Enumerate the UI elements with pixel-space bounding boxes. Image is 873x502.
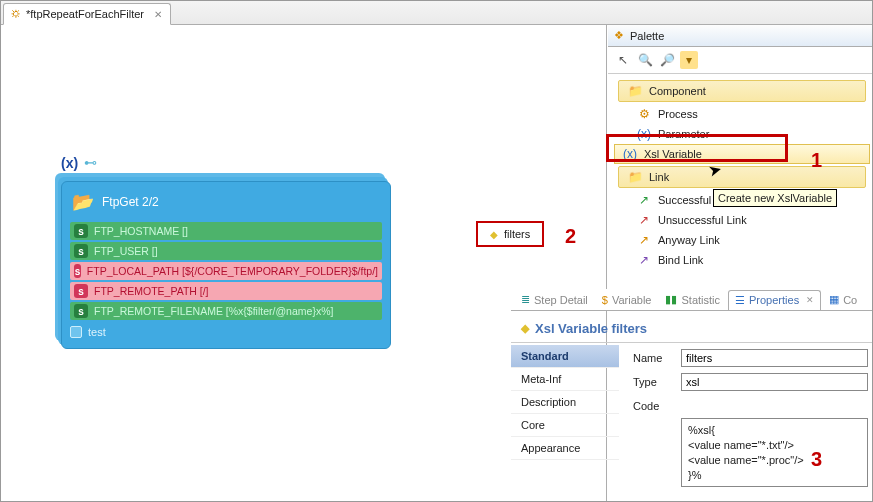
palette-title-bar: ❖ Palette	[608, 25, 872, 47]
ftpget-card-stack: 📂 FtpGet 2/2 sFTP_HOSTNAME []sFTP_USER […	[61, 181, 391, 349]
category-meta-inf[interactable]: Meta-Inf	[511, 368, 619, 391]
field-name: Name	[633, 349, 868, 367]
annotation-number-3: 3	[811, 448, 822, 471]
drawer-label: Component	[649, 85, 706, 97]
palette-item-label: Unsuccessful Link	[658, 214, 747, 226]
palette-item-xsl-variable[interactable]: (x)Xsl Variable	[614, 144, 870, 164]
card-param-row[interactable]: sFTP_USER []	[70, 242, 382, 260]
param-label: FTP_USER []	[94, 245, 158, 257]
name-input[interactable]	[681, 349, 868, 367]
close-icon[interactable]: ✕	[154, 9, 162, 20]
field-label: Code	[633, 397, 675, 412]
ftpget-card[interactable]: 📂 FtpGet 2/2 sFTP_HOSTNAME []sFTP_USER […	[61, 181, 391, 349]
tab-label: Variable	[612, 294, 652, 306]
properties-body: StandardMeta-InfDescriptionCoreAppearanc…	[511, 343, 872, 499]
properties-fields: Name Type Code %xsl{ <value name="*.txt"…	[621, 343, 872, 499]
drawer-component[interactable]: 📁 Component	[618, 80, 866, 102]
palette-item-parameter[interactable]: (x)Parameter	[614, 124, 870, 144]
tab-co[interactable]: ▦Co	[823, 290, 863, 309]
main-area: (x) ⊷ 📂 FtpGet 2/2 sFTP_HOSTNAME []sFTP_…	[1, 25, 872, 501]
editor-tab[interactable]: ⛭ *ftpRepeatForEachFilter ✕	[3, 3, 171, 25]
pointer-tool-button[interactable]: ↖	[614, 51, 632, 69]
palette-tree: 📁 Component ⚙Process(x)Parameter(x)Xsl V…	[608, 74, 872, 274]
param-label: FTP_LOCAL_PATH [${/CORE_TEMPORARY_FOLDER…	[87, 265, 378, 277]
card-param-row[interactable]: sFTP_LOCAL_PATH [${/CORE_TEMPORARY_FOLDE…	[70, 262, 382, 280]
card-param-row[interactable]: sFTP_REMOTE_FILENAME [%x{$filter/@name}x…	[70, 302, 382, 320]
param-label: FTP_HOSTNAME []	[94, 225, 188, 237]
palette-item-label: Xsl Variable	[644, 148, 702, 160]
diamond-icon: ◆	[521, 322, 529, 335]
diamond-icon: ◆	[490, 229, 498, 240]
tooltip: Create new XslVariable	[713, 189, 837, 207]
tab-label: Co	[843, 294, 857, 306]
palette-item-bind-link[interactable]: ↗Bind Link	[614, 250, 870, 270]
variable-decl-icon: (x) ⊷	[61, 155, 97, 171]
category-appearance[interactable]: Appearance	[511, 437, 619, 460]
process-file-icon: ⛭	[10, 7, 22, 21]
field-label: Name	[633, 349, 675, 364]
field-code-box: %xsl{ <value name="*.txt"/> <value name=…	[633, 418, 868, 487]
category-core[interactable]: Core	[511, 414, 619, 437]
tab-label: Properties	[749, 294, 799, 306]
palette-item-label: Process	[658, 108, 698, 120]
param-badge-icon: s	[74, 284, 88, 298]
param-badge-icon: s	[74, 264, 81, 278]
tab-step-detail[interactable]: ≣Step Detail	[515, 290, 594, 309]
editor-tab-label: *ftpRepeatForEachFilter	[26, 8, 144, 20]
param-badge-icon: s	[74, 304, 88, 318]
tab-properties[interactable]: ☰Properties✕	[728, 290, 821, 311]
ftp-icon: 📂	[72, 191, 94, 213]
palette-title: Palette	[630, 30, 664, 42]
drawer-link[interactable]: 📁 Link	[618, 166, 866, 188]
arrow-icon: ↗	[636, 253, 652, 267]
properties-icon: ☰	[735, 294, 745, 307]
step-detail-icon: ≣	[521, 293, 530, 306]
card-title: 📂 FtpGet 2/2	[70, 188, 382, 220]
flag-icon	[70, 326, 82, 338]
link-icon: ⊷	[84, 155, 97, 171]
category-standard[interactable]: Standard	[511, 345, 619, 368]
palette-item-unsuccessful-link[interactable]: ↗Unsuccessful Link	[614, 210, 870, 230]
field-label-spacer	[633, 418, 675, 421]
field-type: Type	[633, 373, 868, 391]
palette-item-anyway-link[interactable]: ↗Anyway Link	[614, 230, 870, 250]
xsl-variable-icon: (x)	[622, 147, 638, 161]
palette-icon: ❖	[614, 29, 624, 42]
palette-item-label: Parameter	[658, 128, 709, 140]
filters-node-label: filters	[504, 228, 530, 240]
statistic-icon: ▮▮	[665, 293, 677, 306]
card-param-row[interactable]: sFTP_REMOTE_PATH [/]	[70, 282, 382, 300]
card-param-row[interactable]: sFTP_HOSTNAME []	[70, 222, 382, 240]
folder-dropdown-button[interactable]: ▾	[680, 51, 698, 69]
tab-statistic[interactable]: ▮▮Statistic	[659, 290, 726, 309]
folder-icon: 📁	[627, 84, 643, 98]
param-badge-icon: s	[74, 244, 88, 258]
category-description[interactable]: Description	[511, 391, 619, 414]
filters-node[interactable]: ◆ filters	[476, 221, 544, 247]
zoom-in-button[interactable]: 🔍	[636, 51, 654, 69]
arrow-icon: ↗	[636, 233, 652, 247]
annotation-number-2: 2	[565, 225, 576, 248]
tooltip-text: Create new XslVariable	[718, 192, 832, 204]
card-footer-label: test	[88, 326, 106, 338]
properties-header: ◆ Xsl Variable filters	[511, 311, 872, 343]
folder-icon: 📁	[627, 170, 643, 184]
co-icon: ▦	[829, 293, 839, 306]
var-icon: (x)	[61, 155, 78, 171]
tab-variable[interactable]: $Variable	[596, 291, 658, 309]
code-textarea[interactable]: %xsl{ <value name="*.txt"/> <value name=…	[681, 418, 868, 487]
close-icon[interactable]: ✕	[806, 295, 814, 305]
drawer-label: Link	[649, 171, 669, 183]
type-input[interactable]	[681, 373, 868, 391]
properties-header-label: Xsl Variable filters	[535, 321, 647, 336]
process-icon: ⚙	[636, 107, 652, 121]
card-title-label: FtpGet 2/2	[102, 195, 159, 209]
tab-label: Statistic	[681, 294, 720, 306]
param-label: FTP_REMOTE_FILENAME [%x{$filter/@name}x%…	[94, 305, 333, 317]
variable-icon: $	[602, 294, 608, 306]
zoom-out-button[interactable]: 🔎	[658, 51, 676, 69]
field-code: Code	[633, 397, 868, 412]
palette-item-process[interactable]: ⚙Process	[614, 104, 870, 124]
palette-view: ❖ Palette ↖ 🔍 🔎 ▾ 📁 Component ⚙Process(x…	[608, 25, 872, 289]
tab-label: Step Detail	[534, 294, 588, 306]
